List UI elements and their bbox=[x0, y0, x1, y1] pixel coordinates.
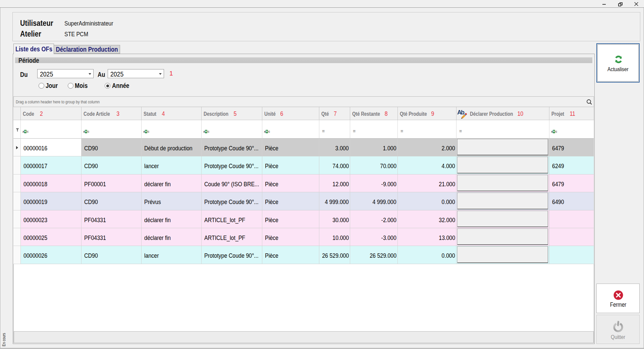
svg-text:Ab: Ab bbox=[457, 109, 465, 116]
